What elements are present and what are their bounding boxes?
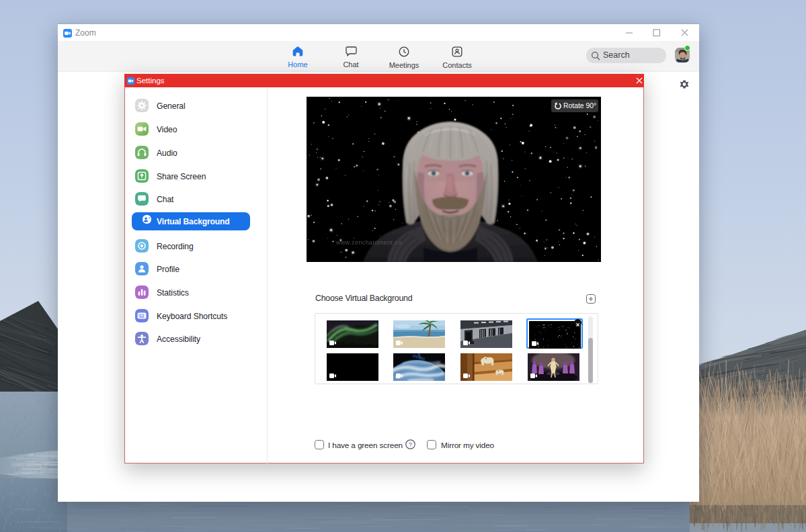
svg-text:?: ?: [409, 441, 412, 448]
